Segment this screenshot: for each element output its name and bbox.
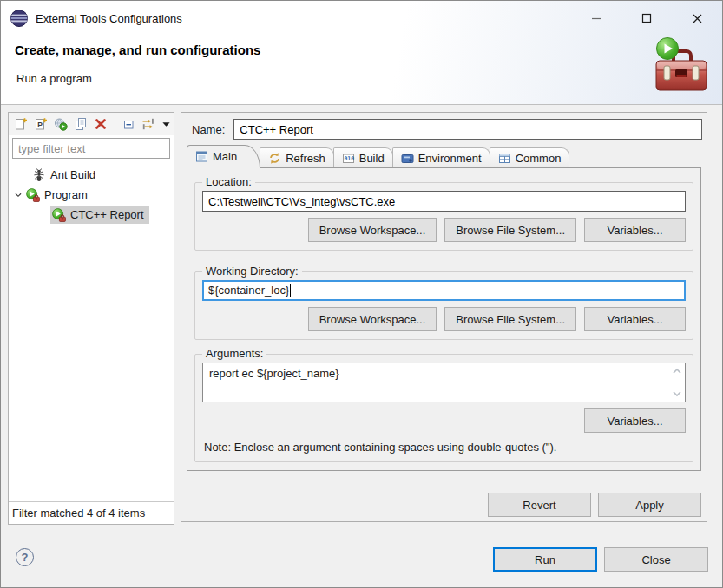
collapse-all-icon[interactable]: [122, 117, 135, 132]
location-group: Location: Browse Workspace... Browse Fil…: [194, 182, 693, 251]
browse-workspace-button[interactable]: Browse Workspace...: [308, 307, 437, 331]
tab-label: Common: [516, 152, 562, 165]
scroll-down-icon[interactable]: [672, 390, 682, 397]
working-directory-group: Working Directory: ${container_loc} Brow…: [194, 271, 693, 340]
tab-environment[interactable]: Environment: [392, 147, 490, 168]
filter-box: [12, 138, 170, 159]
maximize-icon: [641, 13, 652, 23]
footer-separator: [1, 539, 722, 539]
maximize-button[interactable]: [621, 1, 672, 36]
tree-item-label: CTC++ Report: [70, 208, 144, 221]
external-tools-dialog: External Tools Configurations Create, ma…: [0, 0, 723, 588]
close-icon: [692, 13, 703, 24]
tab-label: Environment: [418, 152, 482, 165]
tree-item-label: Ant Build: [50, 168, 95, 181]
scroll-up-icon[interactable]: [672, 368, 682, 375]
window-title: External Tools Configurations: [36, 12, 182, 25]
form-icon: [195, 150, 208, 163]
arguments-value: report ec ${project_name}: [209, 367, 339, 380]
minimize-button[interactable]: [571, 1, 621, 36]
run-button[interactable]: Run: [493, 547, 597, 572]
arguments-textarea[interactable]: report ec ${project_name}: [202, 363, 686, 402]
working-directory-value: ${container_loc}: [208, 282, 289, 299]
svg-text:010: 010: [344, 155, 354, 162]
help-icon[interactable]: ?: [16, 548, 34, 566]
working-directory-input[interactable]: ${container_loc}: [202, 280, 686, 301]
apply-actions: Revert Apply: [181, 493, 701, 517]
close-button[interactable]: [672, 1, 722, 36]
duplicate-icon[interactable]: [74, 117, 88, 132]
binary-icon: 010: [342, 152, 355, 165]
arguments-label: Arguments:: [202, 347, 266, 360]
tab-main[interactable]: Main: [187, 145, 260, 168]
tab-label: Main: [213, 150, 237, 163]
arguments-note: Note: Enclose an argument containing spa…: [204, 441, 686, 454]
location-buttons: Browse Workspace... Browse File System..…: [202, 218, 686, 242]
chevron-expanded-icon[interactable]: [12, 189, 24, 201]
filter-status: Filter matched 4 of 4 items: [9, 501, 174, 524]
variables-button[interactable]: Variables...: [584, 218, 686, 242]
page-title: Create, manage, and run configurations: [15, 42, 260, 57]
eclipse-logo-icon: [10, 9, 29, 28]
name-input[interactable]: [233, 119, 702, 140]
delete-icon[interactable]: [94, 117, 108, 132]
revert-button[interactable]: Revert: [488, 493, 591, 517]
export-configuration-icon[interactable]: [54, 117, 68, 132]
tree-item-program[interactable]: Program: [9, 185, 174, 205]
minimize-icon: [591, 13, 601, 23]
header-band: External Tools Configurations Create, ma…: [1, 1, 722, 105]
tree-item-ant-build[interactable]: Ant Build: [9, 165, 174, 185]
new-configuration-icon[interactable]: [14, 117, 28, 132]
main-tab-content: Location: Browse Workspace... Browse Fil…: [187, 167, 701, 471]
location-label: Location:: [202, 175, 255, 188]
run-toolbox-icon: [26, 188, 40, 202]
filter-icon[interactable]: [141, 117, 155, 132]
refresh-icon: [268, 152, 281, 165]
sidebar-toolbar: P: [9, 113, 174, 135]
ant-icon: [32, 168, 46, 182]
titlebar: External Tools Configurations: [1, 1, 722, 36]
environment-icon: [401, 152, 414, 165]
name-label: Name:: [192, 123, 225, 136]
apply-button[interactable]: Apply: [598, 493, 701, 517]
tab-label: Refresh: [286, 152, 325, 165]
working-directory-buttons: Browse Workspace... Browse File System..…: [202, 307, 686, 331]
tab-refresh[interactable]: Refresh: [260, 147, 334, 168]
svg-text:P: P: [37, 121, 43, 129]
arguments-buttons: Variables...: [202, 408, 686, 433]
window-controls: [571, 1, 722, 36]
variables-button[interactable]: Variables...: [584, 408, 686, 433]
configurations-sidebar: P: [8, 112, 174, 525]
run-toolbox-icon: [52, 208, 66, 222]
variables-button[interactable]: Variables...: [584, 307, 686, 331]
tab-label: Build: [359, 152, 385, 165]
working-directory-label: Working Directory:: [202, 265, 302, 278]
browse-workspace-button[interactable]: Browse Workspace...: [308, 218, 437, 242]
textarea-scrollbar[interactable]: [670, 365, 683, 400]
configurations-tree: Ant Build: [9, 160, 174, 501]
close-dialog-button[interactable]: Close: [604, 547, 708, 572]
tree-selection: CTC++ Report: [50, 206, 149, 224]
arguments-group: Arguments: report ec ${project_name} Var…: [194, 354, 693, 462]
tree-item-label: Program: [44, 188, 88, 201]
tree-item-ctc-report[interactable]: CTC++ Report: [9, 205, 174, 225]
run-toolbox-icon: [654, 37, 708, 93]
configuration-panel: Name: Main: [181, 112, 707, 522]
browse-filesystem-button[interactable]: Browse File System...: [444, 307, 576, 331]
name-row: Name:: [192, 119, 702, 140]
page-subtitle: Run a program: [16, 72, 92, 85]
table-icon: [498, 152, 511, 165]
new-prototype-icon[interactable]: P: [34, 117, 48, 132]
location-input[interactable]: [202, 191, 686, 212]
tab-build[interactable]: 010 Build: [333, 147, 393, 168]
tab-bar: Main Refresh 010: [187, 145, 701, 168]
menu-dropdown-icon[interactable]: [161, 117, 171, 132]
text-caret: [290, 284, 291, 297]
tab-common[interactable]: Common: [490, 147, 570, 168]
browse-filesystem-button[interactable]: Browse File System...: [444, 218, 576, 242]
filter-input[interactable]: [12, 138, 170, 159]
